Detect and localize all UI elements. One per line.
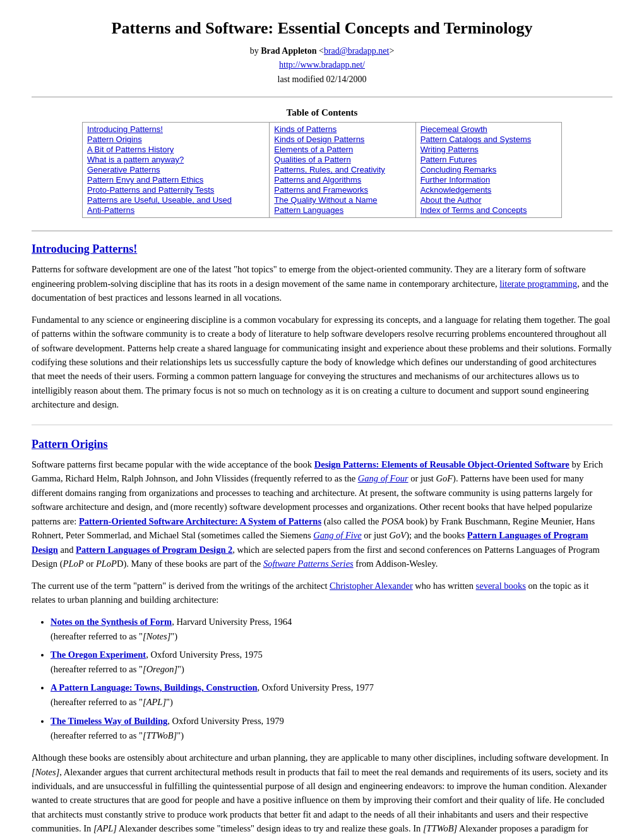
toc-link-index[interactable]: Index of Terms and Concepts: [420, 205, 527, 215]
toc-col-2: Kinds of Patterns Kinds of Design Patter…: [270, 123, 415, 218]
toc-link-qwan[interactable]: The Quality Without a Name: [274, 195, 377, 205]
toc-link-useful[interactable]: Patterns are Useful, Useable, and Used: [87, 195, 232, 205]
section-origins: Pattern Origins Software patterns first …: [32, 438, 612, 834]
toc-link-what[interactable]: What is a pattern anyway?: [87, 155, 184, 164]
toc-table: Introducing Patterns! Pattern Origins A …: [82, 122, 562, 218]
toc-divider: [32, 231, 612, 231]
notes-link[interactable]: Notes on the Synthesis of Form: [51, 617, 172, 627]
toc-link-ack[interactable]: Acknowledgements: [420, 185, 492, 195]
section-link-introducing[interactable]: Introducing Patterns!: [32, 243, 137, 255]
toc-link-concluding[interactable]: Concluding Remarks: [420, 165, 497, 174]
posa-link[interactable]: Pattern-Oriented Software Architecture: …: [79, 516, 321, 526]
header-divider: [32, 97, 612, 97]
origins-para-1: Software patterns first became popular w…: [32, 457, 612, 571]
literate-programming-link[interactable]: literate programming: [499, 279, 577, 289]
toc-link-history[interactable]: A Bit of Patterns History: [87, 145, 174, 154]
toc-link-generative[interactable]: Generative Patterns: [87, 165, 160, 174]
sw-patterns-series-link[interactable]: Software Patterns Series: [263, 559, 354, 569]
origins-para-2: The current use of the term "pattern" is…: [32, 579, 612, 607]
toc-link-futures[interactable]: Pattern Futures: [420, 155, 477, 164]
gof-link[interactable]: Gang of Four: [358, 473, 408, 483]
toc-link-envy[interactable]: Pattern Envy and Pattern Ethics: [87, 175, 203, 184]
toc-title: Table of Contents: [82, 107, 562, 118]
introducing-para-2: Fundamental to any science or engineerin…: [32, 313, 612, 412]
toc-link-languages[interactable]: Pattern Languages: [274, 205, 343, 215]
author-email-link[interactable]: brad@bradapp.net: [324, 46, 389, 56]
toc-link-anti[interactable]: Anti-Patterns: [87, 205, 134, 215]
origins-para-3: Although these books are ostensibly abou…: [32, 751, 612, 834]
toc-link-further[interactable]: Further Information: [420, 175, 491, 184]
alexander-books-list: Notes on the Synthesis of Form, Harvard …: [51, 615, 612, 744]
list-item-apl: A Pattern Language: Towns, Buildings, Co…: [51, 680, 612, 710]
posa-title: Pattern-Oriented Software Architecture: …: [79, 516, 321, 526]
list-item-notes: Notes on the Synthesis of Form, Harvard …: [51, 615, 612, 644]
ttwob-link[interactable]: The Timeless Way of Building: [51, 716, 167, 726]
section-heading-origins: Pattern Origins: [32, 438, 612, 451]
toc-link-piecemeal[interactable]: Piecemeal Growth: [420, 124, 487, 134]
plop2-title: Pattern Languages of Program Design 2: [76, 545, 232, 555]
toc-link-origins[interactable]: Pattern Origins: [87, 135, 142, 144]
toc-link-frameworks[interactable]: Patterns and Frameworks: [274, 185, 368, 195]
toc-link-algorithms[interactable]: Patterns and Algorithms: [274, 175, 361, 184]
section-divider-1: [32, 425, 612, 425]
introducing-para-1: Patterns for software development are on…: [32, 262, 612, 305]
section-link-origins[interactable]: Pattern Origins: [32, 438, 107, 450]
toc-col-3: Piecemeal Growth Pattern Catalogs and Sy…: [415, 123, 561, 218]
plop2-link[interactable]: Pattern Languages of Program Design 2: [76, 545, 232, 555]
gof-book-title: Design Patterns: Elements of Reusable Ob…: [314, 459, 569, 469]
section-heading-introducing: Introducing Patterns!: [32, 243, 612, 256]
toc-link-introducing[interactable]: Introducing Patterns!: [87, 124, 163, 134]
list-item-ttwob: The Timeless Way of Building, Oxford Uni…: [51, 714, 612, 743]
plopd-abbrev: PLoP: [96, 559, 117, 569]
toc-link-qualities[interactable]: Qualities of a Pattern: [274, 155, 350, 164]
toc-link-about[interactable]: About the Author: [420, 195, 482, 205]
toc-link-kinds[interactable]: Kinds of Patterns: [274, 124, 337, 134]
list-item-oregon: The Oregon Experiment, Oxford University…: [51, 648, 612, 677]
author-name: Brad Appleton: [261, 46, 316, 56]
toc-link-rules[interactable]: Patterns, Rules, and Creativity: [274, 165, 385, 174]
sw-patterns-series-title: Software Patterns Series: [263, 559, 354, 569]
toc-section: Table of Contents Introducing Patterns! …: [82, 107, 562, 218]
gof-book-link[interactable]: Design Patterns: Elements of Reusable Ob…: [314, 459, 569, 469]
gof5-link[interactable]: Gang of Five: [313, 530, 362, 540]
several-books-link[interactable]: several books: [476, 581, 526, 591]
toc-col-1: Introducing Patterns! Pattern Origins A …: [83, 123, 270, 218]
notes-note: (hereafter referred to as "[Notes]"): [51, 631, 177, 641]
section-introducing: Introducing Patterns! Patterns for softw…: [32, 243, 612, 412]
toc-link-catalogs[interactable]: Pattern Catalogs and Systems: [420, 135, 532, 144]
page-title: Patterns and Software: Essential Concept…: [32, 19, 612, 38]
toc-row: Introducing Patterns! Pattern Origins A …: [83, 123, 562, 218]
gof-abbrev: GoF: [436, 473, 453, 483]
toc-link-design-kinds[interactable]: Kinds of Design Patterns: [274, 135, 364, 144]
apl-note: (hereafter referred to as "[APL]"): [51, 697, 173, 707]
oregon-note: (hereafter referred to as "[Oregon]"): [51, 664, 184, 674]
christopher-alexander-link[interactable]: Christopher Alexander: [330, 581, 413, 591]
apl-link[interactable]: A Pattern Language: Towns, Buildings, Co…: [51, 682, 258, 692]
plop-abbrev: PLoP: [63, 559, 84, 569]
last-modified: last modified 02/14/2000: [32, 73, 612, 87]
oregon-link[interactable]: The Oregon Experiment: [51, 650, 146, 660]
author-block: by Brad Appleton <brad@bradapp.net> http…: [32, 44, 612, 87]
gov-abbrev: GoV: [390, 530, 407, 540]
website-link[interactable]: http://www.bradapp.net/: [279, 60, 365, 70]
posa-abbrev: POSA: [381, 516, 403, 526]
ttwob-note: (hereafter referred to as "[TTWoB]"): [51, 730, 184, 740]
author-line: by Brad Appleton <brad@bradapp.net>: [32, 44, 612, 58]
toc-link-writing[interactable]: Writing Patterns: [420, 145, 479, 154]
toc-link-elements[interactable]: Elements of a Pattern: [274, 145, 353, 154]
toc-link-proto[interactable]: Proto-Patterns and Patternity Tests: [87, 185, 214, 195]
